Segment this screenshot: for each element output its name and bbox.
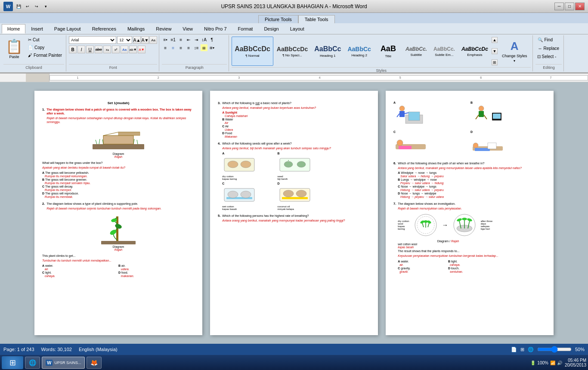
tab-page-layout[interactable]: Page Layout [49, 24, 87, 34]
paste-button[interactable]: 📋 Paste [3, 36, 25, 61]
text-effect-btn[interactable]: Aa [121, 46, 128, 53]
table-tools-tab[interactable]: Table Tools [298, 15, 335, 23]
font-color-btn[interactable]: A▼ [138, 46, 145, 53]
picture-tools-tab[interactable]: Picture Tools [258, 15, 298, 23]
tab-home[interactable]: Home [2, 24, 25, 34]
tab-insert[interactable]: Insert [25, 24, 49, 34]
format-painter-button[interactable]: 🖌 Format Painter [26, 52, 64, 59]
bold-btn[interactable]: B [69, 46, 77, 53]
cut-button[interactable]: ✂ Cut [26, 36, 64, 43]
copy-button[interactable]: 📄 Copy [26, 44, 64, 51]
font-content: Arial 12 A▲ A▼ Aa B I U abe x [69, 36, 157, 63]
style-emphasis[interactable]: AaBbCcDc Emphasis [458, 37, 491, 66]
view-icon-web[interactable]: 🌐 [528, 347, 534, 352]
window-title: UPSR SAINS 2013 ULANGKAJI BAHAGIAN A - M… [221, 3, 367, 9]
underline-btn[interactable]: U [86, 46, 94, 53]
dropdown-btn[interactable]: ▾ [42, 3, 50, 10]
replace-button[interactable]: ↔ Replace [535, 45, 561, 52]
save-btn[interactable]: 💾 [15, 3, 22, 10]
view-icon-print[interactable]: 📄 [511, 347, 517, 352]
taskbar-chrome[interactable]: 🌐 [25, 357, 40, 369]
line-spacing-btn[interactable]: ↕≡ [193, 44, 200, 51]
tab-design[interactable]: Design [258, 24, 284, 34]
q2-malay: Rajah di bawah menunjukkan sejenis tumbu… [46, 207, 161, 210]
svg-line-58 [422, 223, 424, 227]
font-grow-btn[interactable]: A▲ [133, 36, 141, 44]
ruler-mark-7: 7 [550, 76, 552, 79]
svg-point-37 [399, 106, 405, 111]
style-subtitle-preview: AaBbCc. [405, 46, 427, 52]
shading-btn[interactable]: ▤ [201, 44, 207, 51]
seed-a-svg [222, 155, 257, 174]
style-normal[interactable]: AaBbCcDc ¶ Normal [232, 37, 273, 66]
font-size-select[interactable]: 12 [117, 36, 132, 44]
italic-btn[interactable]: I [77, 46, 85, 53]
font-name-select[interactable]: Arial [69, 36, 116, 44]
svg-point-53 [473, 143, 478, 148]
show-para-btn[interactable]: ¶ [208, 36, 215, 43]
close-btn[interactable]: ✕ [575, 3, 585, 10]
style-subtle-emphasis[interactable]: AaBbCc. Subtle Em... [430, 37, 458, 66]
subscript-btn[interactable]: x₂ [103, 46, 111, 53]
tab-mailings[interactable]: Mailings [122, 24, 150, 34]
start-button[interactable]: ⊞ [2, 356, 23, 369]
zoom-slider[interactable] [537, 347, 572, 352]
justify-btn[interactable]: ≡ [185, 44, 192, 51]
highlight-btn[interactable]: ab▼ [129, 46, 137, 53]
align-center-btn[interactable]: ≡ [170, 44, 176, 51]
style-subtitle[interactable]: AaBbCc. Subtitle [402, 37, 430, 66]
font-shrink-btn[interactable]: A▼ [141, 36, 149, 44]
tab-layout[interactable]: Layout [285, 24, 310, 34]
multilevel-btn[interactable]: ≡ [177, 36, 184, 43]
strikethrough-btn[interactable]: abe [95, 46, 102, 53]
fig-d: D [470, 130, 546, 158]
styles-up-btn[interactable]: ▲ [492, 37, 498, 43]
align-left-btn[interactable]: ≡ [162, 44, 169, 51]
clipboard-label: Clipboard [3, 64, 64, 71]
q4-diag-a: A dry cottonkapas kering [222, 152, 275, 180]
style-title[interactable]: AaB Title [374, 37, 402, 66]
editing-content: 🔍 Find ↔ Replace ⊡ Select - [535, 36, 562, 63]
tab-review[interactable]: Review [150, 24, 177, 34]
svg-line-46 [484, 115, 487, 119]
climbing-plant-diagram [97, 214, 140, 244]
svg-point-31 [228, 191, 238, 198]
tab-view[interactable]: View [177, 24, 198, 34]
minimize-btn[interactable]: ─ [554, 3, 564, 10]
clipboard-side: ✂ Cut 📄 Copy 🖌 Format Painter [26, 36, 64, 59]
tab-format[interactable]: Format [232, 24, 259, 34]
tab-nitro[interactable]: Nitro Pro 7 [198, 24, 232, 34]
style-h1-label: Heading 1 [320, 54, 335, 58]
copy-icon: 📄 [28, 45, 33, 50]
view-icon-fullscreen[interactable]: ⊞ [520, 347, 524, 352]
superscript-btn[interactable]: x² [112, 46, 120, 53]
tab-references[interactable]: References [87, 24, 122, 34]
sort-btn[interactable]: ↕A [201, 36, 207, 43]
style-heading1[interactable]: AaBbCc Heading 1 [311, 37, 344, 66]
styles-down-btn[interactable]: ▼ [492, 48, 498, 54]
decrease-indent-btn[interactable]: ⇤ [185, 36, 192, 43]
borders-btn[interactable]: ⊞▾ [208, 44, 215, 51]
find-button[interactable]: 🔍 Find [535, 36, 554, 43]
increase-indent-btn[interactable]: ⇥ [193, 36, 200, 43]
taskbar-word[interactable]: W UPSR SAINS... [42, 357, 85, 369]
style-nospacing[interactable]: AaBbCcDc ¶ No Spaci... [274, 37, 311, 66]
numbering-btn[interactable]: ≡1 [170, 36, 176, 43]
select-button[interactable]: ⊡ Select - [535, 53, 558, 60]
q6-opt-d-malay: Hidung → peparu → salur udara [398, 195, 522, 198]
q7-opt-c: C gravity. graviti. [398, 266, 448, 273]
clear-format-btn[interactable]: Aa [149, 36, 157, 44]
word-icon[interactable]: W [3, 2, 13, 11]
change-styles-btn[interactable]: A Change Styles ▾ [498, 37, 531, 65]
fig-b: B [470, 101, 546, 129]
maximize-btn[interactable]: □ [565, 3, 574, 10]
page1-title: Set 1(mudah) [42, 101, 195, 105]
redo-btn[interactable]: ↪ [33, 3, 40, 10]
style-heading2[interactable]: AaBbCc Heading 2 [344, 37, 374, 66]
align-right-btn[interactable]: ≡ [177, 44, 184, 51]
undo-btn[interactable]: ↩ [24, 3, 31, 10]
status-bar: Page: 1 of 243 Words: 30,102 English (Ma… [0, 344, 588, 355]
styles-more-btn[interactable]: ⊞ [492, 59, 498, 65]
taskbar-firefox[interactable]: 🦊 [87, 357, 102, 369]
bullets-btn[interactable]: ≡• [162, 36, 169, 43]
